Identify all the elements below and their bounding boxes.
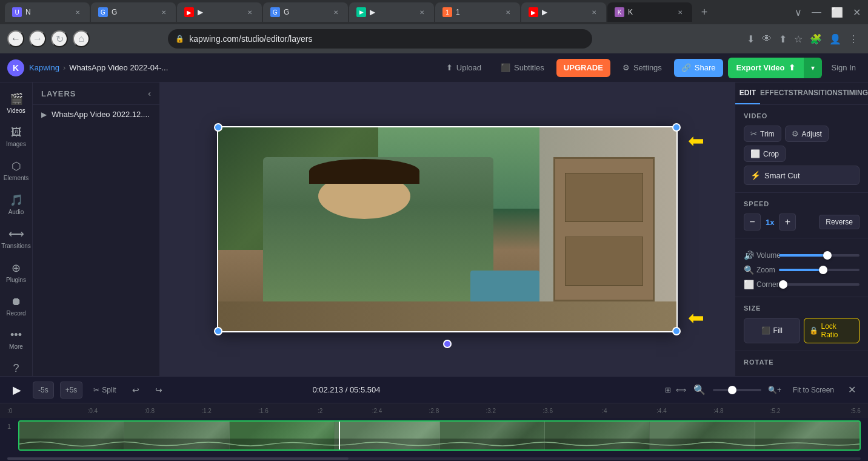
volume-thumb[interactable] [823, 251, 832, 260]
sidebar-item-videos[interactable]: 🎬 Videos [2, 87, 31, 119]
speed-decrease-button[interactable]: − [744, 214, 761, 231]
profile-icon[interactable]: 👤 [827, 31, 844, 47]
layers-collapse-button[interactable]: ‹ [148, 89, 151, 98]
tab-6[interactable]: 1 1 ✕ [435, 2, 520, 22]
bookmark-icon[interactable]: ☆ [792, 31, 805, 47]
tab-7[interactable]: ▶ ▶ ✕ [521, 2, 606, 22]
tab-8-active[interactable]: K K ✕ [607, 2, 692, 22]
address-input[interactable]: 🔒 kapwing.com/studio/editor/layers [168, 29, 592, 49]
scrollbar-track[interactable] [7, 457, 861, 460]
fit-to-frame-icon[interactable]: ⊞ [665, 386, 671, 394]
corners-thumb[interactable] [779, 280, 787, 289]
upgrade-button[interactable]: UPGRADE [556, 59, 610, 77]
trim-button[interactable]: ✂ Trim [744, 126, 781, 142]
volume-section: 🔊 Volume 🔍 Zoom [735, 238, 868, 297]
tab-3[interactable]: ▶ ▶ ✕ [177, 2, 262, 22]
handle-rotate[interactable] [443, 340, 452, 348]
sign-in-button[interactable]: Sign In [827, 63, 861, 72]
close-window-button[interactable]: ✕ [850, 4, 863, 21]
home-button[interactable]: ⌂ [73, 30, 90, 47]
tab-1[interactable]: U N ✕ [5, 2, 90, 22]
tab-6-close[interactable]: ✕ [503, 7, 513, 17]
reverse-button[interactable]: Reverse [819, 215, 860, 229]
tab-4[interactable]: G G ✕ [263, 2, 348, 22]
settings-button[interactable]: ⚙ Settings [615, 59, 669, 77]
tab-timing[interactable]: TIMING [843, 82, 868, 104]
tab-8-close[interactable]: ✕ [675, 7, 685, 17]
tab-3-close[interactable]: ✕ [245, 7, 255, 17]
sidebar-item-audio[interactable]: 🎵 Audio [2, 189, 31, 220]
timeline-close-button[interactable]: ✕ [844, 382, 861, 399]
share-button[interactable]: 🔗 Share [674, 59, 723, 77]
sidebar-transitions-label: Transitions [1, 243, 31, 249]
fit-screen-label: Fit to Screen [793, 386, 834, 394]
skip-back-button[interactable]: -5s [33, 382, 54, 399]
undo-button[interactable]: ↩ [127, 382, 144, 399]
video-section-label: VIDEO [744, 112, 860, 119]
canvas-area[interactable]: ⬅ ⬅ [160, 82, 735, 376]
play-button[interactable]: ▶ [7, 380, 27, 400]
redo-button[interactable]: ↪ [150, 382, 167, 399]
adjust-button[interactable]: ⚙ Adjust [785, 126, 829, 142]
corners-slider[interactable] [779, 283, 860, 286]
zoom-out-button[interactable]: 🔍 [691, 382, 708, 399]
fit-to-screen-button[interactable]: Fit to Screen [788, 383, 839, 397]
tab-4-close[interactable]: ✕ [331, 7, 341, 17]
menu-icon[interactable]: ⋮ [846, 31, 861, 47]
expand-icon[interactable]: ⟺ [676, 386, 686, 394]
reload-button[interactable]: ↻ [51, 30, 68, 47]
share-icon[interactable]: ⬆ [776, 31, 789, 47]
sidebar-item-record[interactable]: ⏺ Record [2, 291, 31, 321]
tab-transitions[interactable]: TRANSITIONS [793, 82, 843, 104]
layer-item-1[interactable]: ▶ WhatsApp Video 2022.12.... [33, 105, 159, 124]
back-button[interactable]: ← [7, 30, 24, 47]
zoom-in-button[interactable]: 🔍+ [766, 382, 783, 399]
crop-button[interactable]: ⬜ Crop [744, 146, 786, 162]
smart-cut-button[interactable]: ⚡ Smart Cut [744, 166, 860, 185]
upload-button[interactable]: ⬆ Upload [439, 59, 489, 77]
tab-6-title: 1 [456, 8, 499, 16]
sidebar-item-more[interactable]: ••• More [2, 324, 31, 355]
minimize-button[interactable]: — [809, 4, 824, 20]
export-button[interactable]: Export Video ⬆ [728, 58, 804, 78]
sidebar-item-transitions[interactable]: ⟷ Transitions [2, 223, 31, 254]
volume-fill [779, 254, 827, 257]
tab-effects[interactable]: EFFECTS [760, 82, 793, 104]
sidebar-item-plugins[interactable]: ⊕ Plugins [2, 257, 31, 288]
download-icon[interactable]: ⬇ [744, 31, 757, 47]
split-button[interactable]: ✂ Split [88, 382, 121, 399]
speed-increase-button[interactable]: + [779, 214, 796, 231]
fill-button[interactable]: ⬛ Fill [744, 318, 800, 343]
volume-slider[interactable] [779, 254, 860, 257]
zoom-slider-thumb[interactable] [728, 386, 736, 394]
sidebar-item-images[interactable]: 🖼 Images [2, 121, 31, 152]
tab-7-close[interactable]: ✕ [589, 7, 599, 17]
maximize-button[interactable]: ⬜ [829, 4, 846, 21]
tab-edit[interactable]: EDIT [735, 82, 760, 104]
skip-forward-button[interactable]: +5s [60, 382, 83, 399]
new-tab-button[interactable]: + [696, 4, 713, 21]
extensions-icon[interactable]: 🧩 [807, 31, 824, 47]
tab-1-close[interactable]: ✕ [73, 7, 82, 17]
crop-icon: ⬜ [750, 149, 760, 158]
lock-ratio-button[interactable]: 🔒 Lock Ratio [804, 318, 860, 343]
lens-icon[interactable]: 👁 [760, 31, 774, 47]
tab-5[interactable]: ▶ ▶ ✕ [349, 2, 434, 22]
sidebar-item-elements[interactable]: ⬡ Elements [2, 155, 31, 186]
tab-2[interactable]: G G ✕ [91, 2, 176, 22]
forward-button[interactable]: → [29, 30, 46, 47]
sidebar-item-help[interactable]: ? Help [2, 357, 31, 376]
zoom-thumb[interactable] [819, 266, 827, 274]
scrollbar-thumb[interactable] [7, 457, 349, 460]
tab-5-close[interactable]: ✕ [417, 7, 427, 17]
tab-list-button[interactable]: ∨ [792, 4, 804, 21]
tab-2-close[interactable]: ✕ [159, 7, 169, 17]
zoom-slider[interactable] [779, 269, 860, 271]
volume-icon: 🔊 [744, 251, 754, 260]
zoom-slider-timeline[interactable] [713, 389, 761, 391]
export-dropdown-button[interactable]: ▾ [804, 58, 822, 78]
breadcrumb-link[interactable]: Kapwing [29, 63, 59, 72]
track-content-1[interactable] [18, 420, 861, 451]
volume-text: Volume [756, 251, 781, 260]
subtitles-button[interactable]: ⬛ Subtitles [493, 59, 552, 77]
